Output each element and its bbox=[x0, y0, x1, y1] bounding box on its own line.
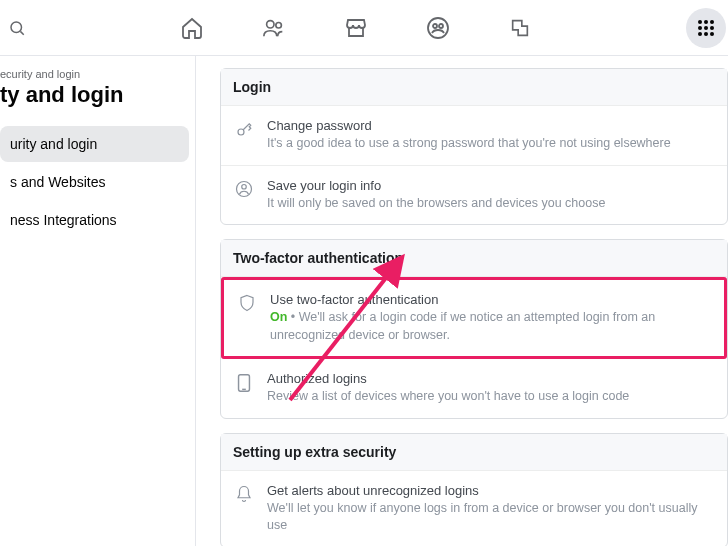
authorized-logins-row[interactable]: Authorized logins Review a list of devic… bbox=[221, 359, 727, 418]
page-title: ty and login bbox=[0, 82, 195, 124]
groups-nav[interactable] bbox=[426, 16, 450, 40]
sidebar-item-apps-websites[interactable]: s and Websites bbox=[0, 164, 189, 200]
sidebar-item-label: s and Websites bbox=[10, 174, 105, 190]
top-nav bbox=[0, 0, 728, 56]
marketplace-nav[interactable] bbox=[344, 16, 368, 40]
svg-point-10 bbox=[698, 26, 702, 30]
svg-point-9 bbox=[710, 20, 714, 24]
svg-point-15 bbox=[710, 32, 714, 36]
alerts-row[interactable]: Get alerts about unrecognized logins We'… bbox=[221, 471, 727, 547]
svg-point-12 bbox=[710, 26, 714, 30]
search-area bbox=[0, 19, 26, 37]
svg-point-14 bbox=[704, 32, 708, 36]
svg-point-16 bbox=[238, 129, 244, 135]
search-icon[interactable] bbox=[8, 19, 26, 37]
svg-point-4 bbox=[428, 18, 448, 38]
row-title: Get alerts about unrecognized logins bbox=[267, 483, 715, 498]
breadcrumb[interactable]: ecurity and login bbox=[0, 64, 195, 82]
use-twofa-row[interactable]: Use two-factor authentication On • We'll… bbox=[221, 277, 727, 359]
svg-point-13 bbox=[698, 32, 702, 36]
row-desc: It's a good idea to use a strong passwor… bbox=[267, 135, 715, 153]
shield-icon bbox=[236, 294, 258, 312]
svg-point-6 bbox=[439, 24, 443, 28]
status-on: On bbox=[270, 310, 287, 324]
gaming-nav[interactable] bbox=[508, 16, 532, 40]
svg-point-3 bbox=[276, 22, 282, 28]
svg-point-18 bbox=[242, 184, 247, 189]
menu-grid-button[interactable] bbox=[686, 8, 726, 48]
key-icon bbox=[233, 120, 255, 138]
main-content: Login Change password It's a good idea t… bbox=[196, 56, 728, 546]
svg-point-0 bbox=[11, 22, 22, 33]
section-header-login: Login bbox=[221, 69, 727, 106]
login-section: Login Change password It's a good idea t… bbox=[220, 68, 728, 225]
row-desc: On • We'll ask for a login code if we no… bbox=[270, 309, 712, 344]
section-header-extra: Setting up extra security bbox=[221, 434, 727, 471]
nav-right bbox=[686, 8, 728, 48]
grid-icon bbox=[697, 19, 715, 37]
sidebar-item-security-login[interactable]: urity and login bbox=[0, 126, 189, 162]
sidebar-item-business-integrations[interactable]: ness Integrations bbox=[0, 202, 189, 238]
svg-point-8 bbox=[704, 20, 708, 24]
home-nav[interactable] bbox=[180, 16, 204, 40]
svg-point-7 bbox=[698, 20, 702, 24]
svg-point-2 bbox=[267, 20, 274, 27]
svg-point-5 bbox=[433, 24, 437, 28]
row-desc: We'll let you know if anyone logs in fro… bbox=[267, 500, 715, 535]
save-login-row[interactable]: Save your login info It will only be sav… bbox=[221, 166, 727, 225]
home-icon bbox=[180, 16, 204, 40]
groups-icon bbox=[426, 16, 450, 40]
nav-center-icons bbox=[26, 16, 686, 40]
friends-icon bbox=[262, 16, 286, 40]
row-title: Authorized logins bbox=[267, 371, 715, 386]
sidebar-item-label: urity and login bbox=[10, 136, 97, 152]
row-title: Use two-factor authentication bbox=[270, 292, 712, 307]
gaming-icon bbox=[509, 17, 531, 39]
sidebar: ecurity and login ty and login urity and… bbox=[0, 56, 196, 546]
device-icon bbox=[233, 373, 255, 393]
bell-icon bbox=[233, 485, 255, 503]
user-icon bbox=[233, 180, 255, 198]
svg-point-11 bbox=[704, 26, 708, 30]
section-header-twofa: Two-factor authentication bbox=[221, 240, 727, 277]
sidebar-item-label: ness Integrations bbox=[10, 212, 117, 228]
row-title: Change password bbox=[267, 118, 715, 133]
row-desc: It will only be saved on the browsers an… bbox=[267, 195, 715, 213]
marketplace-icon bbox=[344, 16, 368, 40]
friends-nav[interactable] bbox=[262, 16, 286, 40]
svg-line-1 bbox=[20, 31, 23, 34]
extra-security-section: Setting up extra security Get alerts abo… bbox=[220, 433, 728, 547]
row-title: Save your login info bbox=[267, 178, 715, 193]
change-password-row[interactable]: Change password It's a good idea to use … bbox=[221, 106, 727, 166]
row-desc: Review a list of devices where you won't… bbox=[267, 388, 715, 406]
twofa-section: Two-factor authentication Use two-factor… bbox=[220, 239, 728, 419]
